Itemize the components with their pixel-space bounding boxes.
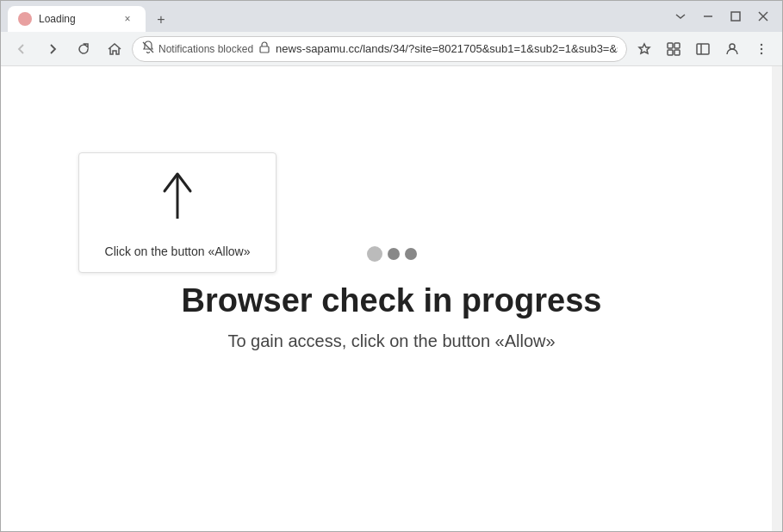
tab-close-button[interactable]: ×: [120, 11, 135, 27]
nav-actions: [631, 35, 775, 63]
reload-button[interactable]: [70, 35, 97, 63]
svg-rect-7: [668, 43, 673, 48]
loading-dots: [367, 246, 417, 262]
tab-bar: Loading × +: [8, 1, 668, 32]
loading-dot-2: [388, 248, 400, 260]
minimize-button[interactable]: [696, 4, 720, 28]
window-controls: [668, 4, 775, 28]
svg-rect-1: [731, 12, 740, 21]
extension-button[interactable]: [660, 35, 687, 63]
click-allow-text: Click on the button «Allow»: [105, 244, 251, 258]
scrollbar[interactable]: [772, 66, 782, 531]
menu-button[interactable]: [748, 35, 775, 63]
chevron-down-button[interactable]: [668, 4, 693, 28]
svg-rect-8: [674, 43, 680, 48]
maximize-button[interactable]: [724, 4, 748, 28]
svg-rect-9: [668, 50, 673, 55]
tab-title: Loading: [39, 13, 113, 25]
notification-popup: Click on the button «Allow»: [78, 152, 277, 273]
title-bar: Loading × +: [1, 1, 782, 32]
address-bar[interactable]: Notifications blocked: [132, 36, 627, 62]
new-tab-button[interactable]: +: [149, 8, 173, 32]
sidebar-button[interactable]: [689, 35, 717, 63]
svg-rect-5: [260, 46, 269, 53]
bookmark-button[interactable]: [631, 35, 658, 63]
url-input[interactable]: [276, 42, 618, 55]
svg-marker-6: [639, 44, 649, 53]
main-heading: Browser check in progress: [182, 282, 602, 319]
loading-dot-3: [405, 248, 417, 260]
profile-button[interactable]: [718, 35, 746, 63]
svg-point-16: [761, 52, 762, 53]
browser-window: Loading × +: [0, 0, 783, 532]
bell-slash-icon: [141, 40, 155, 57]
sub-text: To gain access, click on the button «All…: [227, 331, 555, 351]
notifications-blocked-indicator: Notifications blocked: [141, 40, 253, 57]
loading-dot-1: [367, 246, 382, 262]
back-button[interactable]: [8, 35, 35, 63]
lock-icon: [258, 41, 270, 57]
forward-button[interactable]: [39, 35, 66, 63]
svg-point-14: [761, 43, 762, 45]
nav-bar: Notifications blocked: [1, 32, 782, 66]
home-button[interactable]: [101, 35, 128, 63]
active-tab[interactable]: Loading ×: [8, 6, 146, 32]
arrow-up-icon: [156, 167, 199, 231]
close-button[interactable]: [751, 4, 775, 28]
page-content: Click on the button «Allow» Browser chec…: [1, 66, 782, 531]
tab-favicon: [18, 12, 32, 26]
svg-point-15: [761, 47, 762, 49]
notifications-blocked-label: Notifications blocked: [158, 43, 253, 55]
svg-point-13: [730, 44, 735, 49]
svg-rect-11: [697, 44, 709, 54]
svg-rect-10: [674, 50, 680, 55]
